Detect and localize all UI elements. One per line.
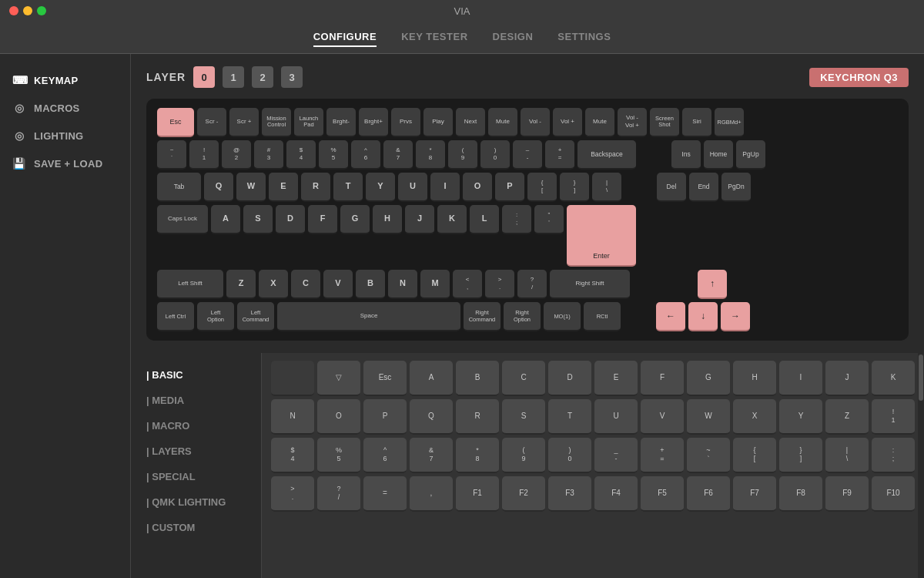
picker-key-esc[interactable]: Esc <box>363 361 407 396</box>
key-down[interactable]: ↓ <box>688 302 718 331</box>
key-home[interactable]: Home <box>704 140 733 170</box>
key-6[interactable]: ^6 <box>351 140 380 170</box>
key-tilde[interactable]: ~` <box>157 140 186 170</box>
scroll-thumb[interactable] <box>919 355 923 401</box>
key-vol-plus[interactable]: Vol + <box>553 108 582 137</box>
key-mute[interactable]: Mute <box>488 108 517 137</box>
picker-key-f4[interactable]: F4 <box>594 476 638 512</box>
key-l[interactable]: L <box>470 205 499 234</box>
key-w[interactable]: W <box>236 173 266 202</box>
picker-key-star[interactable]: *8 <box>456 438 499 473</box>
picker-key-a[interactable]: A <box>410 361 453 396</box>
picker-key-rbrace[interactable]: }] <box>779 438 822 473</box>
picker-key-u[interactable]: U <box>594 399 638 435</box>
category-layers[interactable]: LAYERS <box>131 439 261 464</box>
key-d[interactable]: D <box>276 205 305 234</box>
picker-key-h[interactable]: H <box>733 361 776 396</box>
key-scr-minus[interactable]: Scr - <box>197 108 226 137</box>
key-y[interactable]: Y <box>366 173 395 202</box>
key-quote[interactable]: "' <box>534 205 564 234</box>
layer-2-button[interactable]: 2 <box>252 66 273 88</box>
key-minus[interactable]: –- <box>513 140 542 170</box>
key-left-ctrl[interactable]: Left Ctrl <box>157 302 194 331</box>
key-c[interactable]: C <box>291 270 320 299</box>
picker-key-g[interactable]: G <box>687 361 730 396</box>
picker-key-f[interactable]: F <box>641 361 684 396</box>
key-left-option[interactable]: LeftOption <box>197 302 234 331</box>
picker-key-q[interactable]: Q <box>410 399 453 435</box>
key-v[interactable]: V <box>323 270 353 299</box>
picker-key-f5[interactable]: F5 <box>641 476 684 512</box>
key-mo1[interactable]: MO(1) <box>544 302 581 331</box>
key-b[interactable]: B <box>356 270 385 299</box>
layer-3-button[interactable]: 3 <box>281 66 303 88</box>
key-0[interactable]: )0 <box>480 140 510 170</box>
key-mute2[interactable]: Mute <box>585 108 614 137</box>
key-left-cmd[interactable]: LeftCommand <box>237 302 274 331</box>
key-pgdn[interactable]: PgDn <box>721 173 751 202</box>
picker-key-rparen[interactable]: )0 <box>548 438 591 473</box>
key-right-cmd[interactable]: RightCommand <box>464 302 500 331</box>
key-prvs[interactable]: Prvs <box>391 108 420 137</box>
picker-key-amp[interactable]: &7 <box>410 438 453 473</box>
key-4[interactable]: $4 <box>286 140 316 170</box>
picker-key-d[interactable]: D <box>548 361 591 396</box>
tab-settings[interactable]: SETTINGS <box>557 28 611 47</box>
layer-1-button[interactable]: 1 <box>223 66 244 88</box>
picker-key-dollar[interactable]: $4 <box>271 438 314 473</box>
key-r[interactable]: R <box>301 173 330 202</box>
picker-key-f7[interactable]: F7 <box>733 476 776 512</box>
key-launch[interactable]: LaunchPad <box>294 108 323 137</box>
key-a[interactable]: A <box>211 205 240 234</box>
key-vol-minus2[interactable]: Vol -Vol + <box>618 108 647 137</box>
key-1[interactable]: !1 <box>189 140 219 170</box>
picker-key-v[interactable]: V <box>641 399 684 435</box>
key-rgbmd[interactable]: RGBMd+ <box>715 108 744 137</box>
key-t[interactable]: T <box>333 173 363 202</box>
picker-key-f9[interactable]: F9 <box>825 476 869 512</box>
picker-key-i[interactable]: I <box>779 361 822 396</box>
picker-key-lparen[interactable]: (9 <box>502 438 545 473</box>
sidebar-item-keymap[interactable]: ⌨ KEYMAP <box>0 66 130 94</box>
picker-key-f2[interactable]: F2 <box>502 476 545 512</box>
picker-key-r[interactable]: R <box>456 399 499 435</box>
key-s[interactable]: S <box>243 205 273 234</box>
picker-key-colon[interactable]: :; <box>872 438 915 473</box>
tab-configure[interactable]: CONFIGURE <box>313 28 377 47</box>
category-basic[interactable]: BASIC <box>131 362 261 388</box>
key-n[interactable]: N <box>388 270 417 299</box>
picker-key-f8[interactable]: F8 <box>779 476 822 512</box>
key-enter[interactable]: Enter <box>567 205 636 267</box>
category-media[interactable]: MEDIA <box>131 388 261 413</box>
key-pgup[interactable]: PgUp <box>736 140 765 170</box>
key-semicolon[interactable]: :; <box>502 205 531 234</box>
scrollbar[interactable] <box>918 353 924 578</box>
sidebar-item-macros[interactable]: ◎ MACROS <box>0 94 130 122</box>
key-mission[interactable]: MissionControl <box>262 108 291 137</box>
picker-key-k[interactable]: K <box>872 361 915 396</box>
key-slash[interactable]: ?/ <box>517 270 547 299</box>
maximize-button[interactable] <box>37 6 46 15</box>
key-vol-minus[interactable]: Vol - <box>521 108 550 137</box>
picker-key-eq[interactable]: = <box>363 476 407 512</box>
picker-key-caret[interactable]: ^6 <box>363 438 407 473</box>
key-e[interactable]: E <box>269 173 298 202</box>
picker-key-tilde[interactable]: ~` <box>687 438 730 473</box>
key-o[interactable]: O <box>463 173 492 202</box>
key-rctl[interactable]: RCtl <box>584 302 621 331</box>
key-j[interactable]: J <box>405 205 434 234</box>
picker-key-c[interactable]: C <box>502 361 545 396</box>
picker-key-b[interactable]: B <box>456 361 499 396</box>
picker-key-f10[interactable]: F10 <box>872 476 915 512</box>
key-play[interactable]: Play <box>424 108 453 137</box>
picker-key-n[interactable]: N <box>271 399 314 435</box>
key-backslash[interactable]: |\ <box>592 173 621 202</box>
key-m[interactable]: M <box>420 270 450 299</box>
picker-key-t[interactable]: T <box>548 399 591 435</box>
key-del[interactable]: Del <box>657 173 686 202</box>
close-button[interactable] <box>9 6 18 15</box>
picker-key-o[interactable]: O <box>317 399 360 435</box>
key-esc[interactable]: Esc <box>157 108 194 137</box>
key-5[interactable]: %5 <box>319 140 348 170</box>
key-p[interactable]: P <box>495 173 524 202</box>
